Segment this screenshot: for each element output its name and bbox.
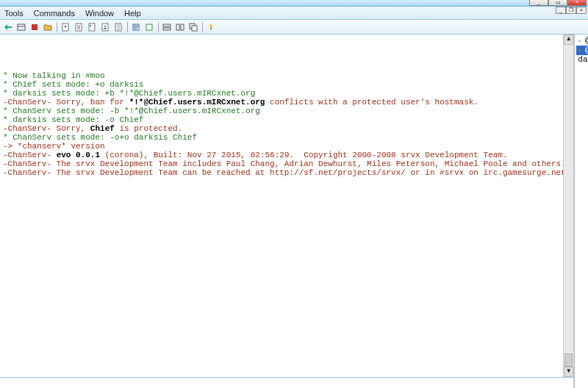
transfer-icon[interactable]	[99, 21, 111, 33]
chat-line: * darksis sets mode: +b *!*@Chief.users.…	[3, 89, 570, 98]
nick-item[interactable]: @ChanServ	[576, 36, 588, 46]
mdi-restore-button[interactable]: ❐	[566, 7, 576, 14]
menu-tools[interactable]: Tools	[3, 8, 25, 18]
chat-line: -ChanServ- Sorry, Chief is protected.	[3, 124, 570, 133]
svg-point-4	[65, 25, 67, 27]
toolbar	[0, 20, 588, 35]
chat-line: -ChanServ- Sorry, ban for *!*@Chief.user…	[3, 98, 570, 107]
favorites-icon[interactable]	[73, 21, 85, 33]
svg-rect-13	[163, 28, 171, 30]
svg-rect-7	[90, 25, 91, 26]
svg-rect-17	[192, 26, 197, 31]
svg-rect-12	[163, 24, 171, 26]
chat-line: -ChanServ- The srvx Development Team inc…	[3, 159, 570, 168]
svg-rect-14	[176, 24, 179, 30]
script-icon[interactable]	[130, 21, 142, 33]
tile-horizontal-icon[interactable]	[161, 21, 173, 33]
scroll-down-icon[interactable]: ▼	[564, 367, 573, 377]
log-icon[interactable]	[112, 21, 124, 33]
separator	[55, 21, 58, 33]
separator	[126, 21, 129, 33]
options-icon[interactable]	[15, 21, 27, 33]
scrollbar[interactable]: ▲ ▼	[563, 35, 573, 377]
menu-window[interactable]: Window	[84, 8, 115, 18]
chat-line: * Now talking in #moo	[3, 71, 570, 80]
connect-icon[interactable]	[2, 21, 14, 33]
maximize-button[interactable]: ▭	[548, 0, 567, 6]
chat-line: -> *chanserv* version	[3, 142, 570, 151]
about-icon[interactable]	[205, 21, 217, 33]
svg-rect-19	[210, 27, 212, 30]
cascade-icon[interactable]	[187, 21, 199, 33]
menu-commands[interactable]: Commands	[32, 8, 76, 18]
tile-vertical-icon[interactable]	[174, 21, 186, 33]
menu-help[interactable]: Help	[123, 8, 143, 18]
minimize-button[interactable]: _	[529, 0, 548, 6]
separator	[201, 21, 204, 33]
chat-log: * Now talking in #moo* Chief sets mode: …	[0, 35, 573, 179]
chat-line: * Chief sets mode: +o darksis	[3, 80, 570, 89]
scroll-up-icon[interactable]: ▲	[564, 35, 573, 45]
scroll-thumb[interactable]	[564, 353, 573, 367]
folder-icon[interactable]	[42, 21, 54, 33]
svg-rect-11	[146, 24, 152, 30]
chat-line: -ChanServ- evo 0.0.1 (corona), Built: No…	[3, 151, 570, 159]
list-icon[interactable]	[86, 21, 98, 33]
disconnect-icon[interactable]	[29, 21, 40, 33]
chat-input[interactable]	[0, 377, 573, 388]
notify-icon[interactable]	[143, 21, 155, 33]
nick-list[interactable]: @ChanServ@Chiefdarksis	[575, 35, 588, 388]
svg-rect-0	[18, 24, 25, 30]
svg-rect-2	[32, 24, 37, 30]
separator	[157, 21, 159, 33]
chat-line: * darksis sets mode: -o Chief	[3, 115, 570, 124]
mdi-close-button[interactable]: ×	[576, 7, 587, 14]
nick-item[interactable]: darksis	[576, 55, 588, 64]
menubar: Tools Commands Window Help _ ❐ ×	[0, 7, 588, 20]
svg-rect-6	[89, 24, 95, 31]
svg-rect-15	[181, 24, 184, 30]
mdi-minimize-button[interactable]: _	[556, 7, 566, 14]
chat-line: * ChanServ sets mode: -o+o darksis Chief	[3, 133, 570, 142]
svg-point-18	[209, 24, 212, 26]
addressbook-icon[interactable]	[60, 21, 71, 33]
chat-line: -ChanServ- The srvx Development Team can…	[3, 168, 570, 177]
chat-line: * ChanServ sets mode: -b *!*@Chief.users…	[3, 107, 570, 115]
window-titlebar: _ ▭ ×	[0, 0, 588, 7]
nick-item[interactable]: @Chief	[576, 46, 588, 55]
close-button[interactable]: ×	[567, 0, 587, 6]
